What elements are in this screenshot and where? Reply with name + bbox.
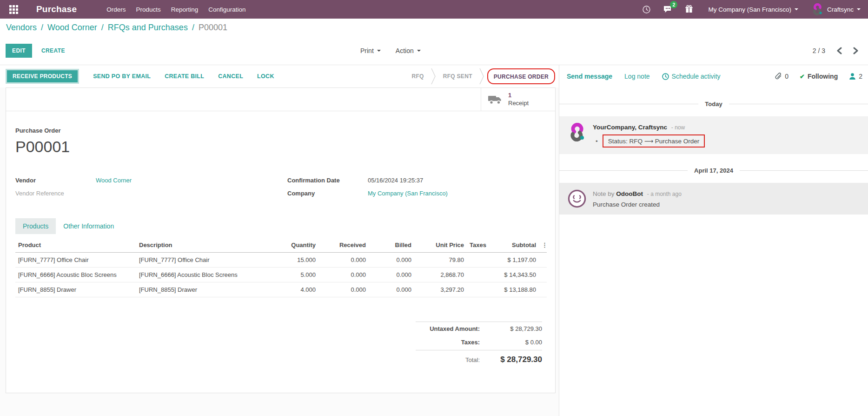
taxes-row: Taxes: $ 0.00 — [416, 335, 542, 349]
top-navbar: Purchase Orders Products Reporting Confi… — [0, 0, 868, 19]
activities-clock-icon[interactable] — [641, 4, 651, 14]
apps-grid-icon[interactable] — [8, 4, 19, 14]
send-message-button[interactable]: Send message — [567, 73, 612, 80]
chatter-thread: Today YourCompany, Craftsync - now • — [559, 87, 868, 416]
create-bill-button[interactable]: CREATE BILL — [165, 73, 204, 80]
state-arrow-icon — [431, 68, 436, 85]
truck-icon — [488, 94, 503, 105]
cell-unit-price: 3,297.20 — [414, 282, 467, 297]
receipt-stat-button[interactable]: 1 Receipt — [481, 88, 555, 111]
status-change-text: Status: RFQ ⟶ Purchase Order — [608, 138, 699, 145]
cell-quantity: 4.000 — [273, 282, 318, 297]
following-label: Following — [808, 73, 838, 80]
chatter-toolbar-right: 0 ✔ Following 2 — [775, 73, 862, 81]
taxes-value: $ 0.00 — [491, 339, 542, 346]
field-vendor: Vendor Wood Corner — [15, 174, 287, 187]
person-icon — [849, 73, 856, 80]
receipt-label: Receipt — [508, 100, 529, 107]
schedule-activity-button[interactable]: Schedule activity — [662, 73, 721, 80]
edit-button[interactable]: EDIT — [6, 44, 32, 58]
breadcrumb: Vendors / Wood Corner / RFQs and Purchas… — [0, 19, 868, 36]
cell-options — [539, 282, 547, 297]
send-po-by-email-button[interactable]: SEND PO BY EMAIL — [93, 73, 151, 80]
breadcrumb-vendors[interactable]: Vendors — [6, 23, 37, 33]
tab-other-information[interactable]: Other Information — [56, 218, 121, 234]
cell-received: 0.000 — [318, 282, 369, 297]
pager-previous-icon[interactable] — [836, 47, 842, 54]
message-author[interactable]: YourCompany, Craftsync — [593, 124, 667, 131]
state-arrow-icon — [479, 68, 484, 85]
following-button[interactable]: ✔ Following — [800, 73, 838, 80]
main-menu: Orders Products Reporting Configuration — [106, 6, 245, 13]
field-confirmation-date: Confirmation Date 05/16/2024 19:25:37 — [287, 174, 546, 187]
table-row[interactable]: [FURN_7777] Office Chair [FURN_7777] Off… — [15, 253, 547, 268]
user-avatar — [811, 3, 823, 15]
cell-billed: 0.000 — [369, 282, 414, 297]
bullet-icon: • — [596, 138, 598, 145]
odoo-purchase-order-screen: Purchase Orders Products Reporting Confi… — [0, 0, 868, 416]
tab-products[interactable]: Products — [15, 218, 56, 234]
cell-received: 0.000 — [318, 268, 369, 282]
table-header-row: Product Description Quantity Received Bi… — [15, 238, 547, 253]
cell-description: [FURN_7777] Office Chair — [136, 253, 273, 268]
field-column-left: Vendor Wood Corner Vendor Reference — [15, 174, 287, 200]
vendor-value-link[interactable]: Wood Corner — [96, 177, 132, 184]
state-rfq-sent[interactable]: RFQ SENT — [436, 73, 479, 80]
print-menu[interactable]: Print — [360, 47, 381, 54]
message-body: • Status: RFQ ⟶ Purchase Order — [593, 134, 705, 148]
vendor-label: Vendor — [15, 177, 96, 184]
col-received: Received — [318, 238, 369, 253]
menu-configuration[interactable]: Configuration — [208, 6, 245, 13]
cell-billed: 0.000 — [369, 268, 414, 282]
col-taxes: Taxes — [467, 238, 494, 253]
followers-button[interactable]: 2 — [849, 73, 862, 80]
company-value-link[interactable]: My Company (San Francisco) — [368, 190, 448, 197]
user-menu[interactable]: Craftsync — [811, 3, 861, 15]
table-row[interactable]: [FURN_8855] Drawer [FURN_8855] Drawer 4.… — [15, 282, 547, 297]
attachment-count: 0 — [785, 73, 788, 80]
cell-taxes — [467, 253, 494, 268]
check-icon: ✔ — [800, 73, 805, 80]
cell-billed: 0.000 — [369, 253, 414, 268]
breadcrumb-current: P00001 — [199, 23, 227, 33]
lock-button[interactable]: LOCK — [257, 73, 274, 80]
cancel-button[interactable]: CANCEL — [218, 73, 243, 80]
menu-reporting[interactable]: Reporting — [171, 6, 199, 13]
table-row[interactable]: [FURN_6666] Acoustic Bloc Screens [FURN_… — [15, 268, 547, 282]
company-label: Company — [287, 190, 368, 197]
messages-icon[interactable]: 2 — [663, 4, 673, 14]
gift-icon[interactable] — [684, 4, 694, 14]
cell-product: [FURN_8855] Drawer — [15, 282, 136, 297]
log-note-button[interactable]: Log note — [624, 73, 650, 80]
receive-products-button[interactable]: RECEIVE PRODUCTS — [6, 69, 79, 84]
breadcrumb-rfqs[interactable]: RFQs and Purchases — [108, 23, 188, 33]
company-switcher[interactable]: My Company (San Francisco) — [708, 6, 798, 13]
action-menu[interactable]: Action — [396, 47, 421, 54]
total-row: Total: $ 28,729.30 — [416, 350, 542, 368]
pager-next-icon[interactable] — [853, 47, 859, 54]
menu-products[interactable]: Products — [136, 6, 160, 13]
order-reference: P00001 — [15, 138, 546, 156]
date-divider-today: Today — [559, 100, 868, 108]
optional-columns-icon[interactable]: ⋮ — [539, 238, 547, 253]
app-name[interactable]: Purchase — [36, 4, 77, 14]
print-label: Print — [360, 47, 374, 54]
breadcrumb-separator: / — [192, 23, 194, 33]
state-rfq[interactable]: RFQ — [404, 73, 431, 80]
confirmation-date-label: Confirmation Date — [287, 177, 368, 184]
pager-count[interactable]: 2 / 3 — [813, 47, 825, 54]
follower-count: 2 — [859, 73, 862, 80]
breadcrumb-wood-corner[interactable]: Wood Corner — [47, 23, 97, 33]
caret-down-icon — [857, 8, 861, 10]
schedule-activity-label: Schedule activity — [672, 73, 721, 80]
message-author[interactable]: OdooBot — [616, 190, 643, 197]
menu-orders[interactable]: Orders — [106, 6, 126, 13]
company-name: My Company (San Francisco) — [708, 6, 791, 13]
create-button[interactable]: CREATE — [41, 47, 65, 54]
cell-options — [539, 253, 547, 268]
taxes-label: Taxes: — [416, 339, 491, 346]
cell-subtotal: $ 13,188.80 — [494, 282, 539, 297]
total-value: $ 28,729.30 — [491, 355, 542, 364]
state-purchase-order[interactable]: PURCHASE ORDER — [494, 74, 549, 80]
attachments-button[interactable]: 0 — [775, 73, 788, 81]
